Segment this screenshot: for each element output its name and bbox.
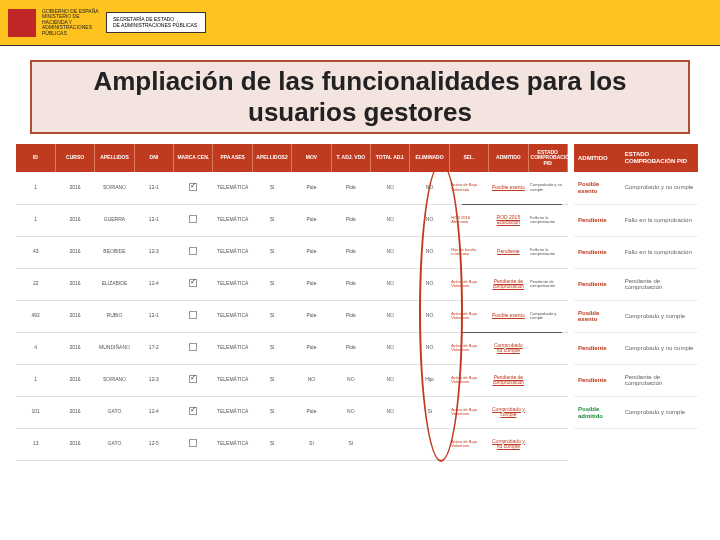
checkbox-icon[interactable] [189,183,197,191]
table-row: PendienteFallo en la comprobación [574,204,698,236]
table-cell: SI [252,204,291,236]
table-cell: Comprobado y no cumple [528,172,567,204]
table-cell: SI [252,300,291,332]
side-cell-admitido: Posible exento [574,300,621,332]
table-header-cell: PPA ASES [213,144,252,172]
table-row: 4922016RUBIO12-1TELEMÁTICASIPidePideNONO… [16,300,568,332]
checkbox-icon[interactable] [189,247,197,255]
table-cell: SI [252,172,291,204]
table-cell: SI [252,236,291,268]
table-cell: NO [371,204,410,236]
table-row: 42016MUNDIÑANO17-2TELEMÁTICASIPidePideNO… [16,332,568,364]
table-cell: NO [410,268,449,300]
table-cell: 101 [16,396,55,428]
table-cell: 12-3 [134,364,173,396]
table-cell: 2016 [55,332,94,364]
table-cell: TELEMÁTICA [213,428,252,460]
table-header-cell: DNI [134,144,173,172]
table-cell-checkbox [174,268,213,300]
table-cell: TELEMÁTICA [213,364,252,396]
table-cell: 17-2 [134,332,173,364]
table-row: PendienteFallo en la comprobación [574,236,698,268]
table-cell: Posible exento [489,172,528,204]
table-header-cell: MARCA CEN. [174,144,213,172]
table-cell: 2016 [55,268,94,300]
table-cell: NO [410,332,449,364]
table-cell: MUNDIÑANO [95,332,134,364]
table-cell: NO [371,268,410,300]
table-cell: 2016 [55,396,94,428]
table-cell: 12-1 [134,300,173,332]
table-cell-checkbox [174,396,213,428]
table-cell: 12-4 [134,268,173,300]
table-cell: 1 [16,204,55,236]
table-cell: Pendiente de comprobación [528,268,567,300]
side-cell-estado: Fallo en la comprobación [621,236,698,268]
table-cell: Comprobado y cumple [489,396,528,428]
content-area: IDCURSOAPELLIDOSDNIMARCA CEN.PPA ASESAPE… [16,144,704,461]
table-cell: NO [371,172,410,204]
table-header-cell: APELLIDOS2 [252,144,291,172]
table-cell-checkbox [174,300,213,332]
table-cell: ROD 2015 Educación [489,204,528,236]
checkbox-icon[interactable] [189,215,197,223]
table-cell-checkbox [174,332,213,364]
checkbox-icon[interactable] [189,407,197,415]
table-cell: 2016 [55,428,94,460]
table-cell: NO [331,364,370,396]
checkbox-icon[interactable] [189,439,197,447]
table-cell: 22 [16,268,55,300]
ministry-label: GOBIERNO DE ESPAÑA MINISTERIO DE HACIEND… [42,9,100,37]
table-cell: Pide [292,172,331,204]
table-row: 12016GUERRA12-1TELEMÁTICASIPidePideNONOH… [16,204,568,236]
table-cell: Activo de Baja Voluntaria [449,300,488,332]
side-cell-estado: Comprobado y no cumple [621,172,698,204]
table-cell: SI [252,268,291,300]
table-cell: SORIANO [95,364,134,396]
table-row: 12016SORIANO12-3TELEMÁTICASINONONOHijoAc… [16,364,568,396]
table-cell: Comprobado no cumple [489,332,528,364]
table-cell: Pendiente de comprobación [489,268,528,300]
table-cell: 13 [16,428,55,460]
table-header-cell: ADMITIDO [489,144,528,172]
table-cell: 43 [16,236,55,268]
table-cell: Pide [292,332,331,364]
table-cell: 2016 [55,300,94,332]
table-cell: Pide [331,172,370,204]
table-cell: Comprobado y cumple [528,300,567,332]
table-cell: Si [410,396,449,428]
table-cell: TELEMÁTICA [213,332,252,364]
table-cell: 12-3 [134,236,173,268]
table-cell: TELEMÁTICA [213,300,252,332]
side-cell-admitido: Pendiente [574,364,621,396]
secretaria-label: SECRETARÍA DE ESTADO DE ADMINISTRACIONES… [106,12,206,33]
table-cell: NO [371,396,410,428]
table-cell: NO [410,172,449,204]
checkbox-icon[interactable] [189,375,197,383]
table-cell [528,396,567,428]
table-header-cell: ELIMINADO [410,144,449,172]
table-cell: NO [371,300,410,332]
checkbox-icon[interactable] [189,311,197,319]
table-cell [528,364,567,396]
connector-line [462,332,562,333]
table-cell: 4 [16,332,55,364]
table-cell [410,428,449,460]
table-row: PendientePendiente de comprobación [574,268,698,300]
table-cell: Activo de Baja Voluntaria [449,332,488,364]
table-cell: Pide [292,396,331,428]
table-cell [528,332,567,364]
table-cell-checkbox [174,172,213,204]
table-cell: Pendiente [489,236,528,268]
table-cell: 1 [16,172,55,204]
table-cell: Pide [292,236,331,268]
table-cell: Activo de Baja Voluntaria [449,364,488,396]
table-cell: Pide [331,268,370,300]
table-header-cell: MOV [292,144,331,172]
checkbox-icon[interactable] [189,343,197,351]
table-cell: TELEMÁTICA [213,268,252,300]
table-cell: NO [371,332,410,364]
table-cell: Pide [292,204,331,236]
main-table: IDCURSOAPELLIDOSDNIMARCA CEN.PPA ASESAPE… [16,144,568,461]
checkbox-icon[interactable] [189,279,197,287]
